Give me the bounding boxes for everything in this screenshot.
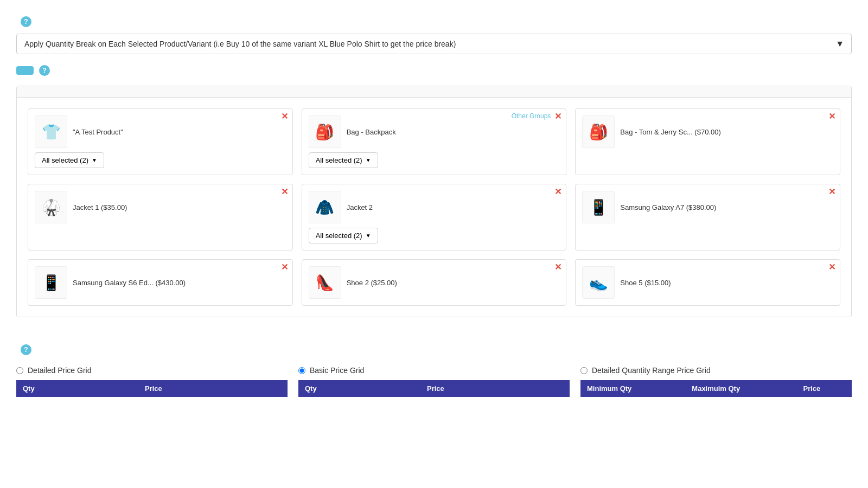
product-card-top: 👕 "A Test Product" xyxy=(35,115,286,148)
select-products-help-icon[interactable]: ? xyxy=(39,65,50,76)
product-name: Jacket 2 xyxy=(347,203,560,211)
radio-input[interactable] xyxy=(580,367,588,374)
variant-dropdown-btn[interactable]: All selected (2) ▼ xyxy=(309,228,378,243)
remove-product-btn[interactable]: ✕ xyxy=(828,188,835,196)
radio-label[interactable]: Detailed Price Grid xyxy=(16,366,288,375)
price-grid-preview: Minimum QtyMaximuim QtyPrice xyxy=(580,380,852,397)
select-products-button[interactable] xyxy=(16,66,34,75)
product-name: Shoe 5 ($15.00) xyxy=(620,279,833,287)
product-card-top: 🎒 Bag - Backpack xyxy=(309,115,560,148)
products-panel-tab[interactable] xyxy=(17,86,851,98)
radio-option-label: Basic Price Grid xyxy=(310,366,364,375)
variant-label: All selected (2) xyxy=(316,156,362,164)
product-name: Samsung Galaxy A7 ($380.00) xyxy=(620,203,833,211)
radio-label[interactable]: Basic Price Grid xyxy=(298,366,570,375)
product-name: "A Test Product" xyxy=(73,128,286,136)
product-card-top: 🥋 Jacket 1 ($35.00) xyxy=(35,191,286,223)
product-name: Bag - Backpack xyxy=(347,128,560,136)
qty-break-display-help-icon[interactable]: ? xyxy=(21,344,31,355)
radio-input[interactable] xyxy=(16,367,23,374)
variant-label: All selected (2) xyxy=(316,232,362,240)
product-image: 🥋 xyxy=(35,191,67,223)
product-card-top: 👟 Shoe 5 ($15.00) xyxy=(582,266,833,299)
remove-product-btn[interactable]: ✕ xyxy=(828,112,835,121)
product-name: Samsung Galaxy S6 Ed... ($430.00) xyxy=(73,279,286,287)
price-grid-preview: QtyPrice xyxy=(16,380,288,397)
product-name: Jacket 1 ($35.00) xyxy=(73,203,286,211)
product-card: Other Groups ✕ 🎒 Bag - Backpack All sele… xyxy=(302,108,567,175)
remove-product-btn[interactable]: ✕ xyxy=(554,263,561,272)
display-template-option: Basic Price Grid QtyPrice xyxy=(298,366,570,397)
product-card: ✕ 👠 Shoe 2 ($25.00) xyxy=(302,259,567,306)
remove-product-btn[interactable]: ✕ xyxy=(554,188,561,196)
product-card-top: 📱 Samsung Galaxy A7 ($380.00) xyxy=(582,191,833,223)
caret-icon: ▼ xyxy=(366,157,371,163)
product-card: ✕ 🎒 Bag - Tom & Jerry Sc... ($70.00) xyxy=(575,108,840,175)
variant-dropdown-btn[interactable]: All selected (2) ▼ xyxy=(35,152,104,168)
remove-product-btn[interactable]: ✕ xyxy=(281,263,288,272)
product-card: ✕ 📱 Samsung Galaxy S6 Ed... ($430.00) xyxy=(28,259,293,306)
product-card: ✕ 👟 Shoe 5 ($15.00) xyxy=(575,259,840,306)
product-image: 👟 xyxy=(582,266,615,299)
remove-product-btn[interactable]: ✕ xyxy=(281,188,288,196)
product-name: Bag - Tom & Jerry Sc... ($70.00) xyxy=(620,128,833,136)
product-image: 📱 xyxy=(582,191,615,223)
radio-label[interactable]: Detailed Quantity Range Price Grid xyxy=(580,366,852,375)
product-card-top: 👠 Shoe 2 ($25.00) xyxy=(309,266,560,299)
other-groups-link[interactable]: Other Groups xyxy=(512,112,551,120)
remove-product-btn[interactable]: ✕ xyxy=(281,112,288,121)
product-image: 🎒 xyxy=(582,115,615,148)
product-card-top: 🧥 Jacket 2 xyxy=(309,191,560,223)
radio-option-label: Detailed Quantity Range Price Grid xyxy=(592,366,711,375)
product-card: ✕ 👕 "A Test Product" All selected (2) ▼ xyxy=(28,108,293,175)
product-image: 🧥 xyxy=(309,191,341,223)
apply-qty-break-title: ? xyxy=(16,16,852,27)
display-template-option: Detailed Quantity Range Price Grid Minim… xyxy=(580,366,852,397)
display-template-options: Detailed Price Grid QtyPrice Basic Price… xyxy=(16,366,852,397)
product-image: 👕 xyxy=(35,115,67,148)
product-image: 👠 xyxy=(309,266,341,299)
caret-icon: ▼ xyxy=(92,157,97,163)
price-grid-preview: QtyPrice xyxy=(298,380,570,397)
apply-qty-break-help-icon[interactable]: ? xyxy=(21,16,31,27)
product-card: ✕ 📱 Samsung Galaxy A7 ($380.00) xyxy=(575,184,840,251)
remove-product-btn[interactable]: ✕ xyxy=(828,263,835,272)
product-card: ✕ 🧥 Jacket 2 All selected (2) ▼ xyxy=(302,184,567,251)
display-template-option: Detailed Price Grid QtyPrice xyxy=(16,366,288,397)
variant-label: All selected (2) xyxy=(42,156,88,164)
qty-break-display-title: ? xyxy=(16,344,852,355)
qty-break-dropdown[interactable]: Apply Quantity Break on Each Selected Pr… xyxy=(16,34,852,54)
product-card-top: 🎒 Bag - Tom & Jerry Sc... ($70.00) xyxy=(582,115,833,148)
product-card-top: 📱 Samsung Galaxy S6 Ed... ($430.00) xyxy=(35,266,286,299)
select-products-row: ? xyxy=(16,65,852,76)
product-image: 🎒 xyxy=(309,115,341,148)
products-panel: ✕ 👕 "A Test Product" All selected (2) ▼ … xyxy=(16,86,852,317)
product-card: ✕ 🥋 Jacket 1 ($35.00) xyxy=(28,184,293,251)
caret-icon: ▼ xyxy=(366,233,371,239)
product-image: 📱 xyxy=(35,266,67,299)
radio-option-label: Detailed Price Grid xyxy=(28,366,92,375)
qty-break-display-section: ? Detailed Price Grid QtyPrice Basic Pri… xyxy=(16,333,852,408)
qty-break-dropdown-wrapper: Apply Quantity Break on Each Selected Pr… xyxy=(16,34,852,54)
variant-dropdown-btn[interactable]: All selected (2) ▼ xyxy=(309,152,378,168)
products-grid: ✕ 👕 "A Test Product" All selected (2) ▼ … xyxy=(17,98,851,317)
remove-product-btn[interactable]: ✕ xyxy=(554,112,561,121)
product-name: Shoe 2 ($25.00) xyxy=(347,279,560,287)
radio-input[interactable] xyxy=(298,367,305,374)
